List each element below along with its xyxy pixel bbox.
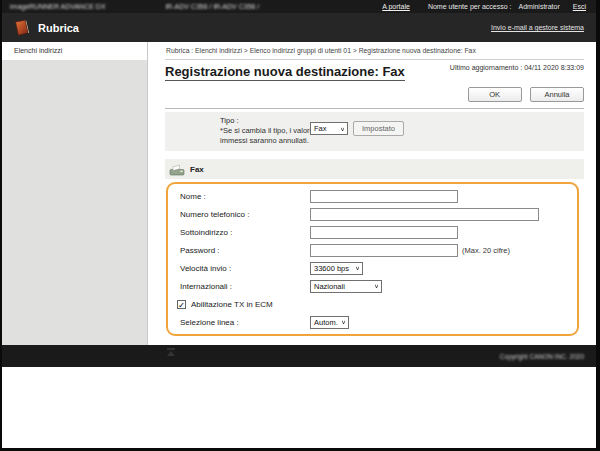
type-controls: Fax ∨ Impostato [310,121,404,136]
chevron-down-icon: ∨ [341,319,346,325]
screen: imageRUNNER ADVANCE DX iR-ADV C356 / iR-… [0,0,600,451]
line-select-label: Selezione linea : [180,318,310,327]
login-user-label: Nome utente per accesso : [428,3,512,10]
international-label: Internazionali : [180,282,310,291]
send-speed-value: 33600 bps [314,264,349,273]
main-panel: Rubrica : Elenchi indirizzi > Elenco ind… [148,42,596,345]
breadcrumb[interactable]: Rubrica : Elenchi indirizzi > Elenco ind… [165,42,584,60]
ok-button[interactable]: OK [468,87,522,102]
cancel-button[interactable]: Annulla [530,87,584,102]
subaddress-label: Sottoindirizzo : [180,228,310,237]
international-select[interactable]: Nazionali ∨ [310,280,382,293]
sidebar-background [2,60,147,345]
back-to-top-icon[interactable] [167,348,175,356]
line-select[interactable]: Autom. ∨ [310,316,349,329]
name-input[interactable] [310,190,458,203]
empty-area [2,367,596,448]
send-speed-select[interactable]: 33600 bps ∨ [310,262,363,275]
app-title: Rubrica [38,22,79,34]
type-note-line2: immessi saranno annullati. [220,136,584,146]
topbar-links: A portale Nome utente per accesso : Admi… [382,3,586,10]
title-row: Registrazione nuova destinazione: Fax Ul… [165,62,584,80]
mail-to-admin-link[interactable]: Invio e-mail a gestore sistema [491,24,584,31]
divider [165,108,584,109]
fax-form: Nome : Numero telefonico : Sottoindirizz… [166,182,579,336]
address-book-icon [12,18,30,37]
send-speed-label: Velocità invio : [180,264,310,273]
device-model-text: iR-ADV C356 / iR-ADV C356 / [166,3,260,10]
password-row: Password : (Max. 20 cifre) [168,241,577,259]
name-row: Nome : [168,187,577,205]
page-title: Registrazione nuova destinazione: Fax [165,64,405,81]
sidebar-item-elenchi-indirizzi[interactable]: Elenchi indirizzi [2,42,147,60]
last-update-timestamp: Ultimo aggiornamento : 04/11 2020 8:33:0… [450,64,584,71]
phone-label: Numero telefonico : [180,210,310,219]
phone-input[interactable] [310,208,539,221]
phone-row: Numero telefonico : [168,205,577,223]
line-select-row: Selezione linea : Autom. ∨ [168,313,577,331]
browser-page: imageRUNNER ADVANCE DX iR-ADV C356 / iR-… [2,0,596,448]
type-section: Tipo : *Se si cambia il tipo, i valori i… [165,112,584,151]
logout-link[interactable]: Esci [573,3,586,10]
subaddress-input[interactable] [310,226,458,239]
international-value: Nazionali [314,282,345,291]
international-row: Internazionali : Nazionali ∨ [168,277,577,295]
content-area: Elenchi indirizzi Rubrica : Elenchi indi… [2,42,596,345]
ecm-checkbox[interactable]: ✓ [177,300,186,309]
type-select-value: Fax [314,124,327,133]
name-label: Nome : [180,192,310,201]
fax-machine-icon [169,163,186,176]
portal-link[interactable]: A portale [382,3,410,10]
ecm-label: Abilitazione TX in ECM [191,300,273,309]
password-label: Password : [180,246,310,255]
top-status-bar: imageRUNNER ADVANCE DX iR-ADV C356 / iR-… [2,0,596,13]
password-input[interactable] [310,244,458,257]
password-note: (Max. 20 cifre) [462,246,510,255]
login-user-name: Administrator [519,3,560,10]
ecm-row: ✓ Abilitazione TX in ECM [168,295,577,313]
app-header-bar: Rubrica Invio e-mail a gestore sistema [2,13,596,42]
action-buttons: OK Annulla [165,83,584,102]
copyright-text: Copyright CANON INC. 2020 [500,353,584,360]
set-type-button[interactable]: Impostato [353,121,404,136]
line-select-value: Autom. [314,318,338,327]
device-name-text: imageRUNNER ADVANCE DX [10,3,106,10]
chevron-down-icon: ∨ [340,125,345,131]
chevron-down-icon: ∨ [355,265,360,271]
fax-section-header: Fax [165,159,584,179]
subaddress-row: Sottoindirizzo : [168,223,577,241]
send-speed-row: Velocità invio : 33600 bps ∨ [168,259,577,277]
sidebar: Elenchi indirizzi [2,42,148,345]
type-select[interactable]: Fax ∨ [310,122,348,135]
chevron-down-icon: ∨ [374,283,379,289]
fax-section-title: Fax [190,165,204,174]
